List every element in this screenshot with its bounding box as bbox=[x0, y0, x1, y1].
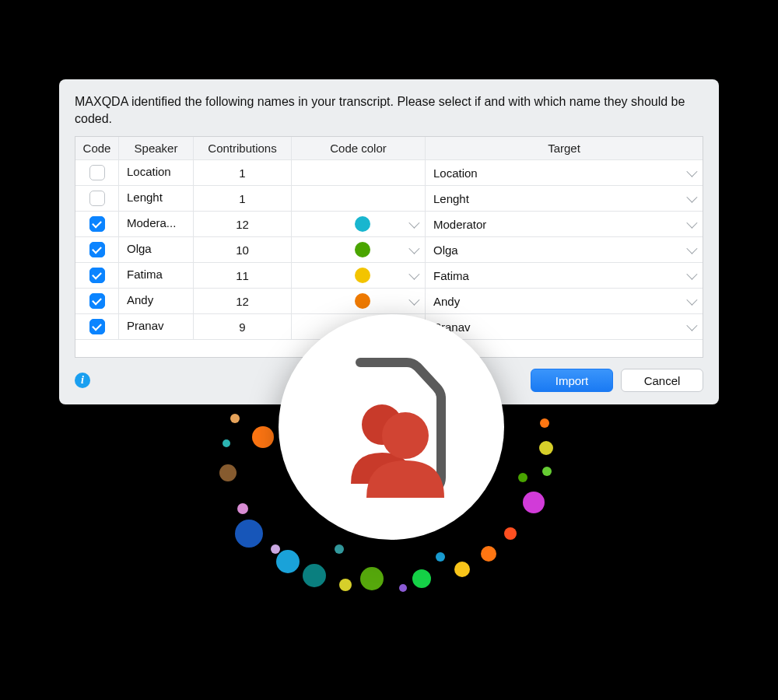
decorative-dot bbox=[539, 441, 553, 455]
code-color-picker bbox=[292, 160, 426, 186]
cancel-button[interactable]: Cancel bbox=[621, 369, 703, 392]
chevron-down-icon bbox=[686, 166, 697, 177]
contributions-cell: 9 bbox=[194, 314, 292, 340]
target-value: Andy bbox=[433, 295, 460, 308]
focus-group-illustration bbox=[279, 314, 504, 540]
table-row: Lenght1Lenght bbox=[75, 186, 703, 212]
code-checkbox[interactable] bbox=[89, 242, 105, 257]
target-select[interactable]: Pranav bbox=[426, 314, 703, 340]
decorative-dot bbox=[518, 473, 527, 482]
code-color-picker bbox=[292, 186, 426, 212]
contributions-cell: 12 bbox=[194, 212, 292, 237]
code-checkbox[interactable] bbox=[89, 216, 105, 232]
decorative-dot bbox=[436, 552, 445, 562]
speaker-cell: Pranav bbox=[119, 314, 194, 340]
document-people-icon bbox=[321, 353, 461, 501]
svg-point-1 bbox=[382, 412, 429, 459]
col-speaker: Speaker bbox=[119, 137, 194, 160]
table-row: Fatima11Fatima bbox=[75, 263, 703, 289]
chevron-down-icon bbox=[686, 192, 697, 203]
target-value: Location bbox=[433, 166, 478, 180]
decorative-dot bbox=[276, 550, 300, 573]
decorative-dot bbox=[412, 569, 431, 588]
chevron-down-icon bbox=[408, 218, 419, 229]
decorative-dot bbox=[271, 544, 280, 554]
contributions-cell: 10 bbox=[194, 237, 292, 263]
target-select[interactable]: Moderator bbox=[426, 212, 703, 237]
decorative-dot bbox=[303, 564, 326, 587]
decorative-dot bbox=[504, 527, 517, 540]
code-checkbox[interactable] bbox=[89, 165, 105, 180]
chevron-down-icon bbox=[686, 295, 697, 306]
chevron-down-icon bbox=[686, 218, 697, 229]
decorative-dot bbox=[219, 464, 237, 481]
decorative-dot bbox=[540, 418, 549, 428]
code-color-picker[interactable] bbox=[292, 237, 426, 263]
contributions-cell: 1 bbox=[194, 186, 292, 212]
speaker-cell: Lenght bbox=[119, 186, 194, 212]
speaker-cell: Location bbox=[119, 160, 194, 186]
decorative-dot bbox=[339, 579, 352, 591]
chevron-down-icon bbox=[686, 320, 697, 331]
speaker-cell: Olga bbox=[119, 237, 194, 263]
decorative-dot bbox=[542, 467, 552, 476]
chevron-down-icon bbox=[408, 269, 419, 280]
color-swatch bbox=[355, 216, 370, 232]
speaker-cell: Fatima bbox=[119, 263, 194, 289]
table-body: Location1LocationLenght1LenghtModera...1… bbox=[75, 160, 703, 340]
import-button[interactable]: Import bbox=[531, 369, 613, 392]
decorative-dot bbox=[399, 584, 407, 592]
contributions-cell: 12 bbox=[194, 289, 292, 314]
code-color-picker[interactable] bbox=[292, 263, 426, 289]
chevron-down-icon bbox=[408, 295, 419, 306]
table-row: Location1Location bbox=[75, 160, 703, 186]
target-select[interactable]: Lenght bbox=[426, 186, 703, 212]
target-select[interactable]: Fatima bbox=[426, 263, 703, 289]
code-checkbox[interactable] bbox=[89, 319, 105, 334]
code-color-picker[interactable] bbox=[292, 212, 426, 237]
code-checkbox[interactable] bbox=[89, 191, 105, 206]
decorative-dot bbox=[360, 567, 384, 590]
speaker-cell: Andy bbox=[119, 289, 194, 314]
code-checkbox[interactable] bbox=[89, 293, 105, 309]
decorative-dot bbox=[237, 503, 248, 514]
col-code: Code bbox=[75, 137, 119, 160]
target-value: Fatima bbox=[433, 269, 469, 282]
chevron-down-icon bbox=[686, 243, 697, 254]
chevron-down-icon bbox=[686, 269, 697, 280]
col-code-color: Code color bbox=[292, 137, 426, 160]
table-row: Modera...12Moderator bbox=[75, 212, 703, 237]
table-row: Andy12Andy bbox=[75, 289, 703, 314]
code-checkbox[interactable] bbox=[89, 268, 105, 283]
target-select[interactable]: Andy bbox=[426, 289, 703, 314]
decorative-dot bbox=[235, 520, 263, 548]
decorative-dot bbox=[230, 414, 240, 423]
contributions-cell: 1 bbox=[194, 160, 292, 186]
contributions-cell: 11 bbox=[194, 263, 292, 289]
code-color-picker[interactable] bbox=[292, 289, 426, 314]
target-select[interactable]: Olga bbox=[426, 237, 703, 263]
decorative-dot bbox=[523, 492, 545, 513]
color-swatch bbox=[355, 242, 370, 257]
speaker-cell: Modera... bbox=[119, 212, 194, 237]
col-contributions: Contributions bbox=[194, 137, 292, 160]
instruction-text: MAXQDA identified the following names in… bbox=[75, 93, 703, 127]
chevron-down-icon bbox=[408, 243, 419, 254]
col-target: Target bbox=[426, 137, 703, 160]
decorative-dot bbox=[335, 544, 344, 554]
table-header: Code Speaker Contributions Code color Ta… bbox=[75, 137, 703, 160]
decorative-dot bbox=[252, 426, 274, 448]
decorative-dot bbox=[223, 439, 230, 447]
info-icon[interactable]: i bbox=[75, 373, 90, 388]
target-value: Moderator bbox=[433, 218, 486, 231]
target-value: Olga bbox=[433, 243, 458, 257]
button-bar: Import Cancel bbox=[531, 369, 703, 392]
target-select[interactable]: Location bbox=[426, 160, 703, 186]
decorative-dot bbox=[454, 562, 470, 577]
decorative-dot bbox=[481, 546, 496, 562]
color-swatch bbox=[355, 293, 370, 309]
table-row: Olga10Olga bbox=[75, 237, 703, 263]
color-swatch bbox=[355, 268, 370, 283]
target-value: Lenght bbox=[433, 192, 469, 205]
